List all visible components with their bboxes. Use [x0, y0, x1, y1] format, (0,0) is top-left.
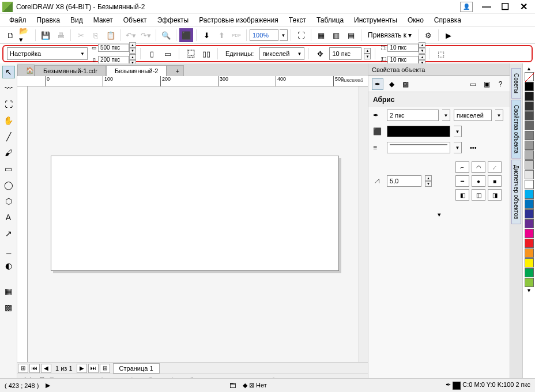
- page-first-button[interactable]: ⏮: [29, 364, 40, 373]
- no-color-swatch[interactable]: [525, 72, 534, 81]
- outline-width-dd[interactable]: ▼: [442, 110, 450, 121]
- page-tab-1[interactable]: Страница 1: [113, 363, 160, 374]
- outline-units-dd[interactable]: ▼: [495, 110, 503, 121]
- rulers-button[interactable]: ▦: [314, 28, 328, 42]
- rectangle-tool[interactable]: ▭: [2, 163, 15, 175]
- menu-help[interactable]: Справка: [429, 15, 466, 25]
- outline-units-input[interactable]: [454, 110, 492, 121]
- current-page-button[interactable]: ▯▯: [199, 47, 213, 61]
- copy-button[interactable]: ⎘: [89, 28, 103, 42]
- menu-object[interactable]: Объект: [119, 15, 152, 25]
- line-style-picker[interactable]: [387, 142, 450, 153]
- cap-flat[interactable]: ━: [455, 175, 469, 187]
- color-swatch[interactable]: [525, 190, 534, 199]
- home-tab[interactable]: 🏠: [17, 65, 35, 76]
- crop-tool[interactable]: ⛶: [2, 98, 15, 111]
- line-style-more[interactable]: •••: [470, 144, 477, 151]
- menu-text[interactable]: Текст: [284, 15, 311, 25]
- color-swatch[interactable]: [525, 258, 534, 267]
- export-button[interactable]: ⬇: [199, 28, 213, 42]
- dupx-down[interactable]: ▼: [419, 48, 425, 54]
- artistic-media-tool[interactable]: 🖌: [2, 146, 15, 159]
- zoom-input[interactable]: 100%: [250, 29, 278, 41]
- freehand-tool[interactable]: ╱: [2, 130, 15, 143]
- detach-icon[interactable]: ▣: [481, 78, 492, 90]
- page[interactable]: [51, 156, 339, 271]
- landscape-button[interactable]: ▭: [161, 47, 175, 61]
- palette-down[interactable]: ▼: [526, 288, 532, 293]
- color-swatch[interactable]: [525, 229, 534, 238]
- color-swatch[interactable]: [525, 278, 534, 287]
- corner-bevel[interactable]: ⟋: [488, 161, 502, 173]
- grid-button[interactable]: ▥: [329, 28, 343, 42]
- page-next-button[interactable]: ▶: [77, 364, 87, 373]
- page-last-button[interactable]: ⏭: [88, 364, 99, 373]
- minimize-button[interactable]: —: [477, 1, 496, 13]
- menu-effects[interactable]: Эффекты: [153, 15, 194, 25]
- export-as-button[interactable]: ⬆: [214, 28, 228, 42]
- scrollbar-horizontal[interactable]: [165, 365, 368, 372]
- pdf-button[interactable]: PDF: [229, 28, 243, 42]
- color-swatch[interactable]: [525, 141, 534, 150]
- menu-window[interactable]: Окно: [403, 15, 428, 25]
- fullscreen-button[interactable]: ⛶: [294, 28, 308, 42]
- guidelines-button[interactable]: ▤: [344, 28, 358, 42]
- drop-shadow-tool[interactable]: ◐: [2, 259, 15, 272]
- expand-icon[interactable]: ▾: [368, 206, 510, 223]
- maximize-button[interactable]: ☐: [496, 1, 514, 13]
- options-button[interactable]: ⚙: [421, 28, 435, 42]
- page-add-button[interactable]: ⊞: [18, 364, 28, 373]
- text-tool[interactable]: A: [2, 211, 15, 224]
- connector-tool[interactable]: ⎯: [2, 243, 15, 256]
- help-icon[interactable]: ?: [495, 78, 506, 90]
- dimension-tool[interactable]: ↗: [2, 227, 15, 240]
- pick-tool[interactable]: ↖: [2, 66, 15, 78]
- page-prev-button[interactable]: ◀: [41, 364, 51, 373]
- redo-button[interactable]: ↷▾: [139, 28, 153, 42]
- shape-tool[interactable]: 〰: [2, 82, 15, 95]
- cap-round[interactable]: ●: [472, 175, 485, 187]
- menu-bitmaps[interactable]: Растровые изображения: [194, 15, 283, 25]
- save-button[interactable]: 💾: [39, 28, 52, 42]
- color-swatch[interactable]: [525, 239, 534, 248]
- color-swatch[interactable]: [525, 131, 534, 140]
- miter-input[interactable]: [387, 175, 421, 187]
- outline-color-dd[interactable]: ▼: [454, 126, 462, 137]
- color-swatch[interactable]: [525, 199, 534, 209]
- width-up[interactable]: ▲: [129, 42, 136, 48]
- transparency-section-icon[interactable]: ▩: [400, 78, 411, 90]
- miter-down[interactable]: ▼: [425, 181, 432, 187]
- launch-button[interactable]: ▶: [442, 28, 455, 42]
- nudge-input[interactable]: [329, 47, 361, 60]
- dup-y-input[interactable]: [387, 56, 419, 64]
- paste-button[interactable]: 📋: [104, 28, 118, 42]
- lock-icon[interactable]: ▭: [467, 78, 479, 90]
- outline-section-icon[interactable]: ✒: [372, 78, 383, 90]
- palette-up[interactable]: ▲: [526, 66, 532, 71]
- color-swatch[interactable]: [525, 111, 534, 120]
- miter-up[interactable]: ▲: [425, 175, 432, 181]
- corner-round[interactable]: ◠: [472, 161, 485, 173]
- transparency-tool[interactable]: ▦: [2, 285, 15, 297]
- canvas[interactable]: [28, 86, 359, 362]
- zoom-dropdown[interactable]: ▼: [280, 29, 288, 41]
- color-swatch[interactable]: [525, 101, 534, 111]
- cap-square[interactable]: ■: [488, 175, 502, 187]
- color-swatch[interactable]: [525, 82, 534, 91]
- snap-to-label[interactable]: Привязать к ▾: [364, 31, 415, 39]
- dupx-up[interactable]: ▲: [419, 42, 425, 48]
- ellipse-tool[interactable]: ◯: [2, 179, 15, 191]
- import-button[interactable]: ⬛: [179, 28, 193, 42]
- polygon-tool[interactable]: ⬡: [2, 195, 15, 208]
- menu-table[interactable]: Таблица: [312, 15, 348, 25]
- dup-x-input[interactable]: [387, 44, 419, 52]
- pos-center[interactable]: ◫: [472, 189, 485, 201]
- object-properties-tab[interactable]: Свойства объекта: [511, 100, 521, 159]
- doc-tab-2[interactable]: Безымянный-2: [106, 65, 167, 76]
- close-button[interactable]: ✕: [514, 1, 533, 13]
- user-account-button[interactable]: 👤: [460, 2, 473, 12]
- menu-tools[interactable]: Инструменты: [349, 15, 402, 25]
- open-button[interactable]: 📂▾: [18, 28, 32, 42]
- outline-indicator[interactable]: ✒ C:0 M:0 Y:0 K:100 2 пкс: [446, 381, 530, 389]
- page-height-input[interactable]: [98, 56, 129, 64]
